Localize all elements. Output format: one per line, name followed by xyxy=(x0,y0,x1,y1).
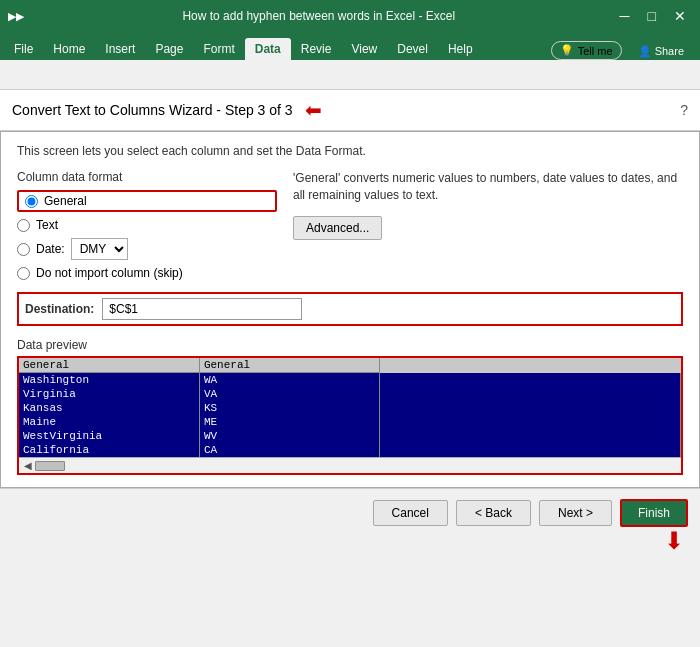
table-row: Maine ME xyxy=(19,415,681,429)
header-col-2: General xyxy=(199,358,379,373)
row2-col1: Virginia xyxy=(19,387,199,401)
header-col-3 xyxy=(380,358,681,373)
date-row: Date: DMY MDY YMD xyxy=(17,238,277,260)
preview-label: Data preview xyxy=(17,338,683,352)
column-format-label: Column data format xyxy=(17,170,277,184)
tab-data[interactable]: Data xyxy=(245,38,291,60)
main-section: Column data format General Text Date: xyxy=(17,170,683,280)
finish-down-arrow: ⬇ xyxy=(664,527,684,555)
tab-view[interactable]: View xyxy=(341,38,387,60)
person-icon: 👤 xyxy=(638,45,655,57)
left-panel: Column data format General Text Date: xyxy=(17,170,277,280)
row1-col1: Washington xyxy=(19,373,199,388)
ribbon-tabs: File Home Insert Page Formt Data Revie V… xyxy=(0,32,700,60)
tab-page[interactable]: Page xyxy=(145,38,193,60)
row3-col3 xyxy=(380,401,681,415)
scroll-thumb[interactable] xyxy=(35,461,65,471)
dialog-title: Convert Text to Columns Wizard - Step 3 … xyxy=(12,102,293,118)
destination-label: Destination: xyxy=(25,302,94,316)
radio-skip[interactable]: Do not import column (skip) xyxy=(17,266,277,280)
radio-date[interactable]: Date: xyxy=(17,242,65,256)
general-description: 'General' converts numeric values to num… xyxy=(293,170,683,204)
share-button[interactable]: 👤 Share xyxy=(630,43,692,60)
preview-table: General General Washington WA Virginia V… xyxy=(19,358,681,457)
row4-col3 xyxy=(380,415,681,429)
radio-general[interactable]: General xyxy=(17,190,277,212)
row3-col1: Kansas xyxy=(19,401,199,415)
row5-col1: WestVirginia xyxy=(19,429,199,443)
row1-col2: WA xyxy=(199,373,379,388)
row2-col3 xyxy=(380,387,681,401)
scroll-left-arrow[interactable]: ◀ xyxy=(21,460,35,471)
description-text: This screen lets you select each column … xyxy=(17,144,683,158)
back-button[interactable]: < Back xyxy=(456,500,531,526)
share-label: Share xyxy=(655,45,684,57)
row4-col2: ME xyxy=(199,415,379,429)
cancel-button[interactable]: Cancel xyxy=(373,500,448,526)
preview-scrollbar: ◀ xyxy=(19,457,681,473)
row6-col2: CA xyxy=(199,443,379,457)
table-row: WestVirginia WV xyxy=(19,429,681,443)
buttons-row: Cancel < Back Next > Finish ⬇ xyxy=(0,488,700,537)
tab-developer[interactable]: Devel xyxy=(387,38,438,60)
next-button[interactable]: Next > xyxy=(539,500,612,526)
header-col-1: General xyxy=(19,358,199,373)
radio-date-input[interactable] xyxy=(17,243,30,256)
table-row: Virginia VA xyxy=(19,387,681,401)
tab-format[interactable]: Formt xyxy=(193,38,244,60)
quick-access-icon[interactable]: ▶▶ xyxy=(8,10,24,23)
radio-text-label: Text xyxy=(36,218,58,232)
row6-col3 xyxy=(380,443,681,457)
dialog-container: Convert Text to Columns Wizard - Step 3 … xyxy=(0,90,700,647)
lightbulb-icon: 💡 xyxy=(560,44,574,57)
preview-header-row: General General xyxy=(19,358,681,373)
radio-skip-input[interactable] xyxy=(17,267,30,280)
row5-col2: WV xyxy=(199,429,379,443)
ribbon-bar xyxy=(0,60,700,90)
radio-text[interactable]: Text xyxy=(17,218,277,232)
radio-date-label: Date: xyxy=(36,242,65,256)
title-bar-controls: ─ □ ✕ xyxy=(614,6,692,26)
title-bar-left: ▶▶ xyxy=(8,10,24,23)
row2-col2: VA xyxy=(199,387,379,401)
row5-col3 xyxy=(380,429,681,443)
help-button[interactable]: ? xyxy=(680,102,688,118)
row3-col2: KS xyxy=(199,401,379,415)
destination-row: Destination: xyxy=(17,292,683,326)
tab-review[interactable]: Revie xyxy=(291,38,342,60)
date-format-select[interactable]: DMY MDY YMD xyxy=(71,238,128,260)
right-panel: 'General' converts numeric values to num… xyxy=(293,170,683,280)
radio-general-input[interactable] xyxy=(25,195,38,208)
preview-box: General General Washington WA Virginia V… xyxy=(17,356,683,475)
radio-skip-label: Do not import column (skip) xyxy=(36,266,183,280)
tab-file[interactable]: File xyxy=(4,38,43,60)
dialog-body: This screen lets you select each column … xyxy=(0,131,700,488)
tell-me-label: Tell me xyxy=(578,45,613,57)
window-title: How to add hyphen between words in Excel… xyxy=(24,9,614,23)
title-bar: ▶▶ How to add hyphen between words in Ex… xyxy=(0,0,700,32)
preview-section: Data preview General General Washington … xyxy=(17,338,683,475)
table-row: California CA xyxy=(19,443,681,457)
table-row: Washington WA xyxy=(19,373,681,388)
tab-help[interactable]: Help xyxy=(438,38,483,60)
tell-me-field[interactable]: 💡 Tell me xyxy=(551,41,622,60)
tab-home[interactable]: Home xyxy=(43,38,95,60)
arrow-indicator: ⬅ xyxy=(305,98,322,122)
row1-col3 xyxy=(380,373,681,388)
minimize-button[interactable]: ─ xyxy=(614,6,636,26)
radio-text-input[interactable] xyxy=(17,219,30,232)
radio-group: General Text Date: DMY MDY xyxy=(17,190,277,280)
destination-input[interactable] xyxy=(102,298,302,320)
table-row: Kansas KS xyxy=(19,401,681,415)
dialog-title-bar: Convert Text to Columns Wizard - Step 3 … xyxy=(0,90,700,131)
close-button[interactable]: ✕ xyxy=(668,6,692,26)
radio-general-label: General xyxy=(44,194,87,208)
row4-col1: Maine xyxy=(19,415,199,429)
finish-button[interactable]: Finish xyxy=(620,499,688,527)
row6-col1: California xyxy=(19,443,199,457)
advanced-button[interactable]: Advanced... xyxy=(293,216,382,240)
restore-button[interactable]: □ xyxy=(642,6,662,26)
tab-insert[interactable]: Insert xyxy=(95,38,145,60)
